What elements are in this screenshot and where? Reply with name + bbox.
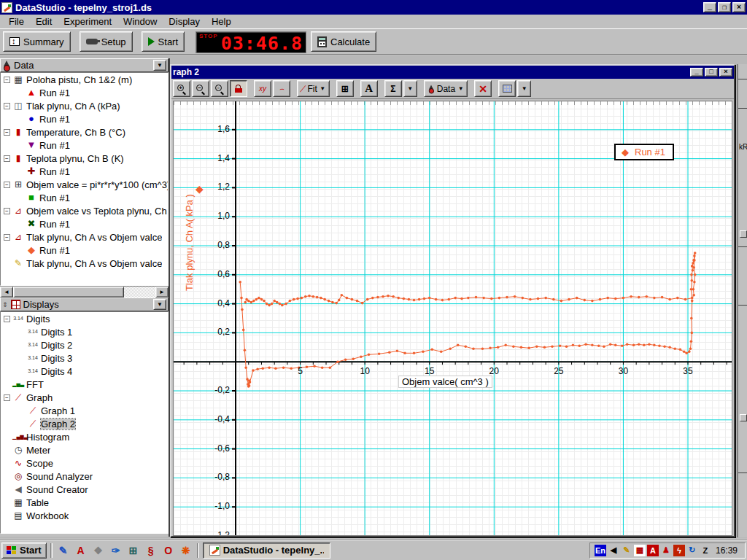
expand-box-icon[interactable]: − — [4, 394, 10, 401]
legend[interactable]: ◆ Run #1 — [614, 144, 674, 160]
menu-experiment[interactable]: Experiment — [58, 15, 117, 28]
ati-icon[interactable]: A — [647, 545, 659, 556]
display-item-digits[interactable]: −3.14Digits — [1, 312, 168, 325]
calculator-shortcut-icon[interactable]: ⊞ — [126, 543, 141, 558]
notes-shortcut-icon[interactable]: ✎ — [56, 543, 71, 558]
text-tool-button[interactable]: A — [360, 80, 378, 97]
menu-display[interactable]: Display — [163, 15, 206, 28]
data-tree-item[interactable]: −▮Temperature, Ch B (°C) — [1, 125, 168, 139]
expand-box-icon[interactable]: − — [4, 234, 10, 241]
run-item[interactable]: ●Run #1 — [1, 112, 168, 125]
antivirus-icon[interactable]: ϟ — [673, 545, 685, 556]
setup-button[interactable]: Setup — [80, 31, 133, 52]
fire-shortcut-icon[interactable]: ❋ — [179, 543, 193, 558]
menu-edit[interactable]: Edit — [30, 15, 58, 28]
expand-box-icon[interactable]: − — [4, 103, 10, 109]
display-item-graph[interactable]: −⟋Graph — [1, 391, 168, 404]
data-tree-item[interactable]: −▦Poloha pistu, Ch 1&2 (m) — [1, 73, 168, 86]
displays-panel-header[interactable]: ⇕ Displays ▼ — [0, 298, 169, 311]
zoom-in-button[interactable]: + — [173, 80, 190, 97]
lang-indicator[interactable]: En — [595, 545, 606, 556]
brush-icon[interactable]: ✎ — [621, 545, 632, 556]
run-item[interactable]: ✖Run #1 — [1, 217, 168, 230]
paint-shortcut-icon[interactable]: ✑ — [109, 543, 123, 558]
calculate-button[interactable]: ⊞ — [336, 80, 354, 97]
expand-box-icon[interactable]: − — [4, 316, 10, 322]
data-tree-item[interactable]: −⊞Objem valce = pi*r*r*y*100 (cm^3) — [1, 178, 168, 191]
start-menu-button[interactable]: Start — [1, 542, 47, 559]
data-tree-item[interactable]: −▮Teplota plynu, Ch B (K) — [1, 152, 168, 165]
xy-tool-button[interactable]: xy — [254, 80, 271, 97]
display-item-sound-creator[interactable]: ◀Sound Creator — [1, 483, 168, 496]
display-item-fft[interactable]: ▂▅▃FFT — [1, 378, 168, 391]
menu-window[interactable]: Window — [117, 15, 163, 28]
display-item-scope[interactable]: ∿Scope — [1, 456, 168, 470]
summary-button[interactable]: Summary — [3, 31, 71, 52]
display-item-sound-analyzer[interactable]: ◎Sound Analyzer — [1, 470, 168, 483]
zoom-out-button[interactable]: − — [192, 80, 209, 97]
sync-icon[interactable]: ↻ — [686, 545, 698, 556]
run-item[interactable]: ◆Run #1 — [1, 244, 168, 257]
start-button[interactable]: Start — [142, 31, 185, 52]
data-tree-item[interactable]: −⊿Tlak plynu, Ch A vs Objem valce — [1, 230, 168, 244]
scale-to-fit-button[interactable] — [230, 80, 247, 97]
statistics-arrow-button[interactable]: ▼ — [403, 80, 417, 97]
scroll-left-icon[interactable]: ◄ — [0, 287, 13, 298]
minimize-button[interactable]: _ — [703, 2, 716, 12]
dragon-shortcut-icon[interactable]: § — [144, 543, 158, 558]
statistics-button[interactable]: Σ — [384, 80, 402, 97]
display-item-meter[interactable]: ◷Meter — [1, 443, 168, 456]
menu-file[interactable]: File — [3, 15, 30, 28]
restore-button[interactable]: ❐ — [718, 2, 731, 12]
data-tree-item[interactable]: −◫Tlak plynu, Ch A (kPa) — [1, 99, 168, 112]
displays-panel-dropdown-icon[interactable]: ▼ — [153, 299, 166, 310]
graph-close-button[interactable]: × — [719, 68, 732, 77]
z-utility-icon[interactable]: Z — [700, 545, 711, 556]
splitter-handle-icon[interactable]: ⇕ — [2, 301, 8, 308]
remove-button[interactable]: ✕ — [474, 80, 492, 97]
display-item-workbook[interactable]: ▤Workbook — [1, 509, 168, 522]
display-item-digits-4[interactable]: 3.14Digits 4 — [1, 365, 168, 378]
calculate-button[interactable]: Calculate — [311, 31, 376, 52]
volume-icon[interactable]: ◀ — [608, 545, 619, 556]
hscroll-thumb[interactable] — [13, 287, 124, 298]
display-item-graph-2[interactable]: ⟋Graph 2 — [1, 417, 168, 430]
fit-menu-button[interactable]: ⟋Fit▼ — [297, 80, 330, 97]
expand-box-icon[interactable]: − — [4, 182, 10, 188]
scroll-right-icon[interactable]: ► — [155, 287, 169, 298]
settings-button[interactable] — [498, 80, 516, 97]
graph-window-titlebar[interactable]: raph 2 _ □ × — [171, 66, 734, 79]
display-item-digits-2[interactable]: 3.14Digits 2 — [1, 338, 168, 351]
agent-icon[interactable]: ♟ — [660, 545, 672, 556]
expand-box-icon[interactable]: − — [4, 129, 10, 136]
acrobat-shortcut-icon[interactable]: A — [74, 543, 88, 558]
opera-shortcut-icon[interactable]: O — [161, 543, 176, 558]
graph-restore-button[interactable]: □ — [705, 68, 718, 77]
expand-box-icon[interactable]: − — [4, 155, 10, 162]
smart-tool-button[interactable]: ⌢ — [273, 80, 290, 97]
datastudio-task-button[interactable]: DataStudio - tepelny_... — [203, 542, 330, 559]
zoom-select-button[interactable]: ▫ — [211, 80, 228, 97]
bird-shortcut-icon[interactable]: ❖ — [91, 543, 106, 558]
expand-box-icon[interactable]: − — [4, 208, 10, 214]
data-menu-button[interactable]: Data▼ — [424, 80, 468, 97]
close-button[interactable]: × — [732, 2, 746, 12]
run-item[interactable]: ✚Run #1 — [1, 165, 168, 178]
run-item[interactable]: ■Run #1 — [1, 191, 168, 204]
data-tree-item[interactable]: ✎Tlak plynu, Ch A vs Objem valce — [1, 257, 168, 270]
display-item-table[interactable]: ▦Table — [1, 496, 168, 509]
scheduler-icon[interactable]: ▦ — [634, 545, 646, 556]
display-item-digits-1[interactable]: 3.14Digits 1 — [1, 325, 168, 338]
data-tree-hscrollbar[interactable]: ◄ ► — [0, 286, 169, 298]
run-item[interactable]: ▼Run #1 — [1, 139, 168, 152]
settings-arrow-button[interactable]: ▼ — [517, 80, 531, 97]
display-item-graph-1[interactable]: ⟋Graph 1 — [1, 404, 168, 417]
display-item-histogram[interactable]: ▁▄▆▃Histogram — [1, 430, 168, 443]
menu-help[interactable]: Help — [206, 15, 237, 28]
data-panel-header[interactable]: Data ▼ — [0, 58, 169, 72]
plot-area[interactable]: 1,61,41,21,00,80,60,40,2-0,2-0,4-0,6-0,8… — [173, 101, 732, 536]
graph-minimize-button[interactable]: _ — [690, 68, 703, 77]
taskbar-clock[interactable]: 16:39 — [713, 545, 740, 556]
expand-box-icon[interactable]: − — [4, 77, 10, 83]
run-item[interactable]: ▲Run #1 — [1, 86, 168, 99]
